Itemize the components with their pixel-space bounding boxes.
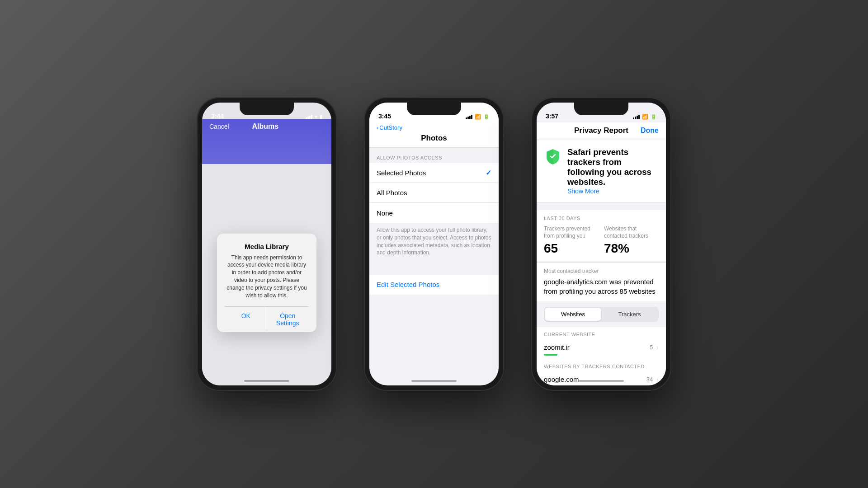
open-settings-button[interactable]: Open Settings xyxy=(267,307,309,332)
trackers-by-label: WEBSITES BY TRACKERS CONTACTED xyxy=(537,359,666,372)
zoomit-bar xyxy=(544,354,557,356)
most-contacted-section: Most contacted tracker google-analytics.… xyxy=(537,262,666,301)
privacy-hero-text: Safari prevents trackers from following … xyxy=(567,147,659,187)
privacy-hero-content: Safari prevents trackers from following … xyxy=(567,147,659,195)
photos-nav-title: Photos xyxy=(377,134,491,143)
notch-3 xyxy=(574,103,628,115)
google-name: google.com xyxy=(544,375,579,383)
none-row[interactable]: None xyxy=(369,203,499,223)
battery-icon-3: 🔋 xyxy=(651,114,657,120)
websites-contacted-desc: Websites thatcontacted trackers xyxy=(604,225,648,239)
google-count: 34 xyxy=(646,376,653,383)
status-time-1: 3:44 xyxy=(211,113,224,120)
photos-description: Allow this app to access your full photo… xyxy=(369,223,499,262)
wifi-icon-3: 📶 xyxy=(642,114,648,120)
most-contacted-text: google-analytics.com was prevented from … xyxy=(544,277,659,296)
cancel-button[interactable]: Cancel xyxy=(209,123,229,130)
phone-1-screen: 3:44 ▾ ▮ Cancel Albums xyxy=(202,103,331,385)
privacy-report-nav: Privacy Report Done xyxy=(537,122,666,140)
home-bar-2 xyxy=(411,380,457,382)
done-button[interactable]: Done xyxy=(641,127,659,135)
ok-button[interactable]: OK xyxy=(225,307,267,332)
phone-2: 3:45 📶 🔋 ‹ CutStory Pho xyxy=(364,97,504,391)
edit-selected-photos-row[interactable]: Edit Selected Photos xyxy=(369,275,499,295)
trackers-prevented-stat: Trackers preventedfrom profiling you 65 xyxy=(544,225,590,256)
allow-photos-label: ALLOW PHOTOS ACCESS xyxy=(369,148,499,163)
home-bar-1 xyxy=(244,380,289,382)
zoomit-row[interactable]: zoomit.ir 5 › xyxy=(544,340,659,359)
back-label: CutStory xyxy=(379,124,402,131)
home-bar-3 xyxy=(579,380,624,382)
phone2-nav: ‹ CutStory Photos xyxy=(369,122,499,148)
photos-options-group: Selected Photos ✓ All Photos None xyxy=(369,163,499,223)
notch-2 xyxy=(407,103,461,115)
phone-3: 3:57 📶 🔋 Privacy Report Done xyxy=(531,97,671,391)
battery-icon-1: ▮ xyxy=(320,114,322,120)
trackers-prevented-value: 65 xyxy=(544,241,590,256)
all-photos-row[interactable]: All Photos xyxy=(369,183,499,203)
tab-switcher: Websites Trackers xyxy=(544,307,659,322)
wifi-icon-1: ▾ xyxy=(315,114,317,120)
last-30-days-label: LAST 30 DAYS xyxy=(544,216,659,221)
dialog-body: This app needs permission to access your… xyxy=(225,254,308,300)
stats-row: Trackers preventedfrom profiling you 65 … xyxy=(544,225,659,256)
zoomit-name: zoomit.ir xyxy=(544,343,570,351)
back-button[interactable]: ‹ CutStory xyxy=(377,124,402,131)
current-website-label: CURRENT WEBSITE xyxy=(544,327,659,340)
phone-3-screen: 3:57 📶 🔋 Privacy Report Done xyxy=(537,103,666,385)
dialog-title: Media Library xyxy=(225,243,308,250)
trackers-websites-list: google.com 34 › lifewire.com 17 › xyxy=(537,372,666,385)
phone-2-screen: 3:45 📶 🔋 ‹ CutStory Pho xyxy=(369,103,499,385)
battery-icon-2: 🔋 xyxy=(483,114,490,120)
dialog-buttons: OK Open Settings xyxy=(225,306,308,332)
zoomit-count: 5 xyxy=(650,344,653,351)
phone1-content: Media Library This app needs permission … xyxy=(202,164,331,385)
phone1-header: Cancel Albums xyxy=(202,119,331,164)
phone-1: 3:44 ▾ ▮ Cancel Albums xyxy=(197,97,337,391)
tab-trackers[interactable]: Trackers xyxy=(601,308,658,321)
trackers-prevented-desc: Trackers preventedfrom profiling you xyxy=(544,225,590,239)
status-icons-1: ▾ ▮ xyxy=(306,114,322,120)
selected-photos-label: Selected Photos xyxy=(377,169,426,177)
privacy-shield-icon xyxy=(544,147,562,165)
show-more-link[interactable]: Show More xyxy=(567,188,599,195)
edit-selected-photos-label: Edit Selected Photos xyxy=(377,281,439,288)
privacy-hero: Safari prevents trackers from following … xyxy=(537,140,666,203)
selected-photos-row[interactable]: Selected Photos ✓ xyxy=(369,163,499,183)
websites-contacted-stat: Websites thatcontacted trackers 78% xyxy=(604,225,648,256)
current-website-section: CURRENT WEBSITE zoomit.ir 5 › xyxy=(537,327,666,359)
photos-title: Photos xyxy=(384,134,484,143)
status-time-2: 3:45 xyxy=(378,113,391,120)
privacy-report-title: Privacy Report xyxy=(574,126,628,135)
signal-icon-2 xyxy=(466,114,472,119)
selected-checkmark: ✓ xyxy=(486,169,491,177)
back-row: ‹ CutStory xyxy=(377,124,491,131)
wifi-icon-2: 📶 xyxy=(475,114,481,120)
albums-title: Albums xyxy=(252,122,278,131)
notch-1 xyxy=(240,103,294,115)
status-time-3: 3:57 xyxy=(546,113,558,120)
signal-icon-3 xyxy=(633,114,640,119)
signal-icon-1 xyxy=(306,114,312,119)
zoomit-chevron-icon: › xyxy=(656,344,659,351)
google-chevron-icon: › xyxy=(656,376,659,383)
status-icons-2: 📶 🔋 xyxy=(466,114,490,120)
most-contacted-label: Most contacted tracker xyxy=(544,268,659,274)
websites-contacted-value: 78% xyxy=(604,241,648,256)
stats-section: LAST 30 DAYS Trackers preventedfrom prof… xyxy=(537,210,666,261)
google-row[interactable]: google.com 34 › xyxy=(544,372,659,385)
none-label: None xyxy=(377,209,393,217)
media-library-dialog: Media Library This app needs permission … xyxy=(217,234,316,333)
all-photos-label: All Photos xyxy=(377,189,407,197)
back-chevron-icon: ‹ xyxy=(377,124,378,131)
status-icons-3: 📶 🔋 xyxy=(633,114,657,120)
tab-websites[interactable]: Websites xyxy=(545,308,601,321)
